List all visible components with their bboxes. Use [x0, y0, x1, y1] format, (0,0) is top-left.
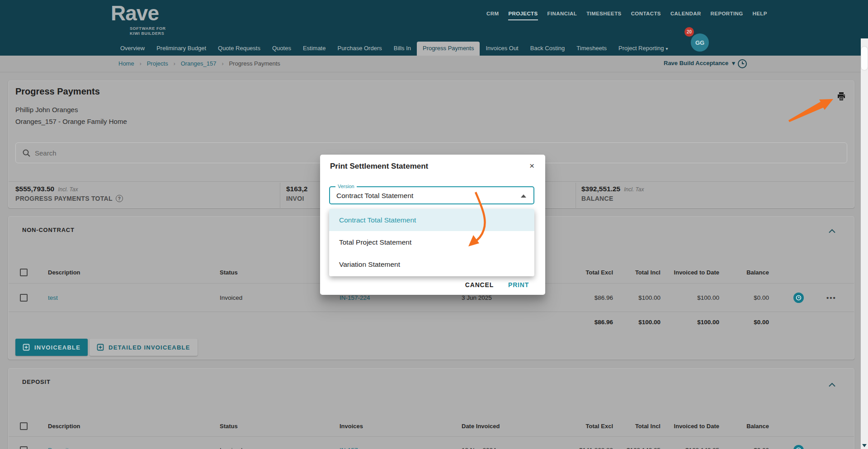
tab-progress-payments[interactable]: Progress Payments: [417, 42, 480, 56]
close-icon[interactable]: ×: [529, 161, 534, 171]
select-all-checkbox[interactable]: [20, 422, 28, 430]
tab-preliminary-budget[interactable]: Preliminary Budget: [151, 42, 212, 56]
nav-reporting[interactable]: REPORTING: [711, 11, 743, 20]
col-invoiced-to-date: Invoiced to Date: [665, 269, 722, 276]
collapse-chevron-up-icon[interactable]: [828, 227, 836, 236]
invoice-buttons: INVOICEABLE DETAILED INVOICEABLE: [15, 339, 198, 356]
nav-help[interactable]: HELP: [753, 11, 767, 20]
deposit-section: DEPOSIT Description Status Invoices Date…: [8, 368, 854, 449]
scrollbar-track[interactable]: [861, 38, 868, 449]
info-icon[interactable]: ?: [116, 195, 123, 202]
breadcrumb-separator: ›: [140, 61, 142, 67]
collapse-chevron-up-icon[interactable]: [828, 381, 836, 389]
nav-calendar[interactable]: CALENDAR: [670, 11, 701, 20]
col-date-invoiced: Date Invoiced: [453, 423, 557, 430]
row-menu-icon[interactable]: •••: [826, 294, 836, 302]
scroll-down-arrow-icon[interactable]: [862, 444, 867, 447]
row-status: Invoiced: [211, 294, 330, 301]
col-status: Status: [211, 423, 330, 430]
col-status: Status: [211, 269, 330, 276]
section-title-deposit: DEPOSIT: [22, 378, 51, 385]
primary-nav: CRM PROJECTS FINANCIAL TIMESHEETS CONTAC…: [486, 11, 767, 20]
stat-divider: [280, 183, 280, 208]
col-invoices: Invoices: [330, 423, 453, 430]
tab-invoices-out[interactable]: Invoices Out: [480, 42, 524, 56]
row-total-incl: $100.00: [615, 294, 665, 301]
col-invoiced-to-date: Invoiced to Date: [665, 423, 722, 430]
nav-timesheets[interactable]: TIMESHEETS: [586, 11, 621, 20]
tab-overview[interactable]: Overview: [114, 42, 151, 56]
divider: [9, 312, 854, 312]
avatar[interactable]: GG: [691, 33, 709, 52]
tab-estimate[interactable]: Estimate: [297, 42, 332, 56]
detailed-invoiceable-button[interactable]: DETAILED INVOICEABLE: [90, 339, 198, 356]
balance-value: $392,551.25Incl. Tax: [581, 185, 644, 193]
tab-timesheets[interactable]: Timesheets: [571, 42, 613, 56]
version-select[interactable]: Version Contract Total Statement: [329, 186, 534, 204]
description-link[interactable]: test: [48, 294, 58, 301]
col-balance: Balance: [722, 423, 771, 430]
breadcrumb-project-id[interactable]: Oranges_157: [181, 60, 217, 67]
invoice-link[interactable]: IN-157-224: [340, 294, 370, 301]
invoice-link[interactable]: IN-157-: [340, 447, 360, 449]
row-invoiced-to-date: $163,142.25: [665, 447, 722, 449]
cancel-button[interactable]: CANCEL: [465, 281, 494, 288]
breadcrumb-bar: Home › Projects › Oranges_157 › Progress…: [0, 56, 868, 72]
tab-quote-requests[interactable]: Quote Requests: [212, 42, 266, 56]
clock-icon[interactable]: [793, 293, 804, 303]
history-clock-icon[interactable]: [737, 58, 748, 71]
col-total-incl: Total Incl: [615, 269, 665, 276]
add-square-icon: [97, 344, 104, 351]
clock-icon[interactable]: [793, 445, 804, 449]
client-name: Phillip John Oranges: [15, 106, 78, 113]
col-description: Description: [39, 269, 211, 276]
add-square-icon: [23, 344, 30, 351]
breadcrumb-home[interactable]: Home: [118, 60, 134, 67]
col-total-incl: Total Incl: [615, 423, 665, 430]
chevron-down-icon: ▾: [666, 46, 668, 51]
col-description: Description: [39, 423, 211, 430]
nav-financial[interactable]: FINANCIAL: [547, 11, 577, 20]
print-settlement-modal: Print Settlement Statement × Version Con…: [320, 155, 545, 295]
tab-back-costing[interactable]: Back Costing: [524, 42, 571, 56]
select-all-checkbox[interactable]: [20, 269, 28, 276]
project-tab-bar: Overview Preliminary Budget Quote Reques…: [114, 42, 674, 56]
breadcrumb-separator: ›: [222, 61, 223, 67]
option-contract-total-statement[interactable]: Contract Total Statement: [329, 209, 534, 231]
print-icon[interactable]: [836, 91, 847, 104]
tab-bills-in[interactable]: Bills In: [388, 42, 417, 56]
print-button[interactable]: PRINT: [508, 281, 529, 288]
totals-total-incl: $100.00: [615, 319, 665, 326]
row-invoiced-to-date: $100.00: [665, 294, 722, 301]
divider: [9, 436, 854, 437]
option-total-project-statement[interactable]: Total Project Statement: [329, 231, 534, 253]
nav-crm[interactable]: CRM: [486, 11, 499, 20]
table-header-row: Description Status Invoices Date Invoice…: [9, 416, 854, 436]
row-date: 13 Nov 2024: [453, 447, 557, 449]
project-name: Oranges_157 - Orange Family Home: [15, 118, 127, 125]
version-label: Version: [335, 184, 357, 189]
row-checkbox[interactable]: [20, 446, 28, 449]
chevron-down-icon: ▾: [732, 60, 735, 66]
option-variation-statement[interactable]: Variation Statement: [329, 253, 534, 275]
invoiced-label: INVOI: [286, 195, 304, 202]
nav-projects[interactable]: PROJECTS: [508, 11, 538, 20]
col-total-excl: Total Excl: [557, 423, 615, 430]
totals-row: $86.96 $100.00 $100.00 $0.00: [9, 312, 854, 331]
page-title: Progress Payments: [15, 86, 100, 97]
progress-total-value: $555,793.50Incl. Tax: [15, 185, 78, 193]
tab-quotes[interactable]: Quotes: [266, 42, 297, 56]
workflow-select[interactable]: Rave Build Acceptance▾: [664, 60, 735, 66]
description-link[interactable]: Deposit: [48, 447, 69, 449]
breadcrumb-separator: ›: [174, 61, 175, 67]
row-checkbox[interactable]: [20, 294, 28, 302]
tab-purchase-orders[interactable]: Purchase Orders: [331, 42, 387, 56]
invoiceable-button[interactable]: INVOICEABLE: [15, 339, 88, 356]
rave-tagline: SOFTWARE FOR KIWI BUILDERS: [130, 26, 166, 36]
nav-contacts[interactable]: CONTACTS: [631, 11, 661, 20]
scrollbar-thumb[interactable]: [861, 47, 868, 70]
version-value: Contract Total Statement: [336, 192, 413, 200]
breadcrumb-projects[interactable]: Projects: [147, 60, 168, 67]
breadcrumb-current: Progress Payments: [229, 60, 280, 67]
tab-project-reporting[interactable]: Project Reporting▾: [613, 42, 674, 56]
